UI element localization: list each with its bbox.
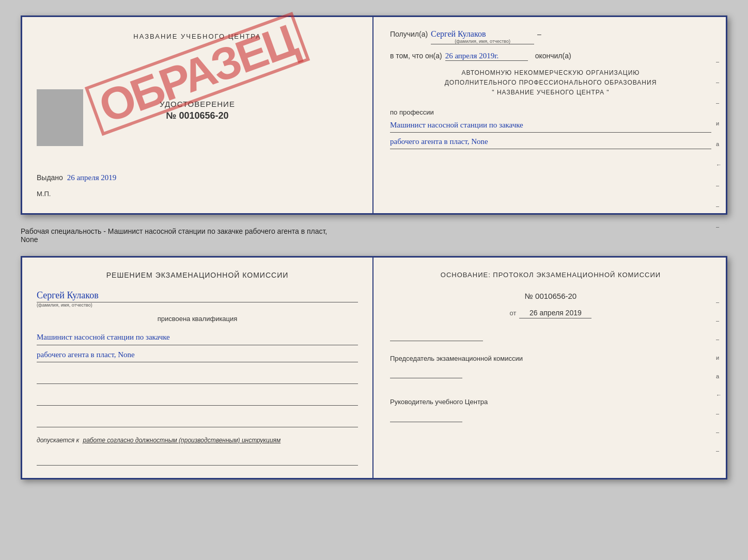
profession-section: по профессии Машинист насосной станции п… (390, 105, 711, 149)
obrazec-stamp: ОБРАЗЕЦ (38, 48, 357, 100)
name-hint-top: (фамилия, имя, отчество) (431, 39, 534, 44)
vydano-label: Выдано (37, 173, 63, 182)
bottom-document-spread: Решением экзаменационной комиссии Сергей… (21, 256, 727, 479)
org-line2: ДОПОЛНИТЕЛЬНОГО ПРОФЕССИОНАЛЬНОГО ОБРАЗО… (390, 78, 711, 88)
blank-line-4 (37, 453, 358, 466)
org-block: АВТОНОМНУЮ НЕКОММЕРЧЕСКУЮ ОРГАНИЗАЦИЮ ДО… (390, 68, 711, 98)
name-hint-bottom: (фамилия, имя, отчество) (37, 302, 358, 308)
assigned-label: присвоена квалификация (37, 315, 358, 323)
ot-date-value: 26 апреля 2019 (519, 309, 591, 318)
blank-sep-right (390, 329, 483, 341)
ot-date-row: от 26 апреля 2019 (390, 309, 711, 318)
org-line3: " НАЗВАНИЕ УЧЕБНОГО ЦЕНТРА " (390, 88, 711, 98)
qualification-section: Машинист насосной станции по закачке раб… (37, 328, 358, 362)
blank-line-1 (37, 372, 358, 384)
predsedatel-label: Председатель экзаменационной комиссии (390, 355, 523, 362)
training-center-top: НАЗВАНИЕ УЧЕБНОГО ЦЕНТРА (133, 33, 261, 40)
side-marks-bottom-right: – – – и а ← – – – (716, 299, 722, 454)
predsedatel-block: Председатель экзаменационной комиссии (390, 354, 711, 379)
rukovoditel-block: Руководитель учебного Центра (390, 397, 711, 422)
osnov-label: Основание: протокол экзаменационной коми… (390, 270, 711, 280)
org-line1: АВТОНОМНУЮ НЕКОММЕРЧЕСКУЮ ОРГАНИЗАЦИЮ (390, 68, 711, 78)
vtom-date: 26 апреля 2019г. (445, 52, 528, 61)
blank-line-2 (37, 393, 358, 406)
udost-title: УДОСТОВЕРЕНИЕ (160, 100, 235, 108)
photo-placeholder (37, 89, 83, 146)
profession-label: по профессии (390, 108, 711, 116)
bottom-right-page: Основание: протокол экзаменационной коми… (373, 258, 726, 478)
vydano-date: 26 апреля 2019 (67, 173, 117, 182)
profession-line1: Машинист насосной станции по закачке (390, 118, 711, 133)
udost-block: УДОСТОВЕРЕНИЕ № 0010656-20 (160, 100, 235, 121)
top-left-page: НАЗВАНИЕ УЧЕБНОГО ЦЕНТРА ОБРАЗЕЦ УДОСТОВ… (22, 17, 373, 213)
ot-label: от (510, 309, 517, 317)
bottom-left-page: Решением экзаменационной комиссии Сергей… (22, 258, 373, 478)
subtitle-text: Рабочая специальность - Машинист насосно… (21, 225, 727, 246)
top-right-page: Получил(a) Сергей Кулаков (фамилия, имя,… (373, 17, 726, 213)
rukovoditel-sig-line (390, 410, 462, 422)
protocol-number: № 0010656-20 (390, 292, 711, 300)
vtom-label: в том, что он(а) (390, 52, 442, 60)
mp-label: М.П. (37, 190, 51, 198)
poluchil-row: Получил(a) Сергей Кулаков (фамилия, имя,… (390, 29, 711, 44)
poluchil-label: Получил(a) (390, 30, 428, 38)
profession-line2: рабочего агента в пласт, None (390, 135, 711, 149)
udost-number: № 0010656-20 (160, 110, 235, 121)
dopuskaetsya-link: работе согласно должностным (производств… (83, 437, 280, 444)
predsedatel-sig-line (390, 366, 462, 378)
recipient-name: Сергей Кулаков (фамилия, имя, отчество) (431, 29, 534, 44)
vtom-row: в том, что он(а) 26 апреля 2019г. окончи… (390, 52, 711, 61)
okonchil-label: окончил(а) (535, 52, 571, 60)
dopuskaetsya-text: допускается к работе согласно должностны… (37, 437, 358, 444)
commission-title: Решением экзаменационной комиссии (37, 270, 358, 281)
name-handwritten-bottom: Сергей Кулаков (37, 290, 358, 302)
blank-line-3 (37, 415, 358, 427)
name-section-bottom: Сергей Кулаков (фамилия, имя, отчество) (37, 286, 358, 308)
top-document-spread: НАЗВАНИЕ УЧЕБНОГО ЦЕНТРА ОБРАЗЕЦ УДОСТОВ… (21, 15, 727, 215)
qualification-line2: рабочего агента в пласт, None (37, 347, 358, 363)
qualification-line1: Машинист насосной станции по закачке (37, 330, 358, 345)
rukovoditel-label: Руководитель учебного Центра (390, 398, 488, 406)
side-marks-top: – – – и а ← – – – (716, 58, 722, 230)
vydano-line: Выдано 26 апреля 2019 (37, 173, 358, 182)
